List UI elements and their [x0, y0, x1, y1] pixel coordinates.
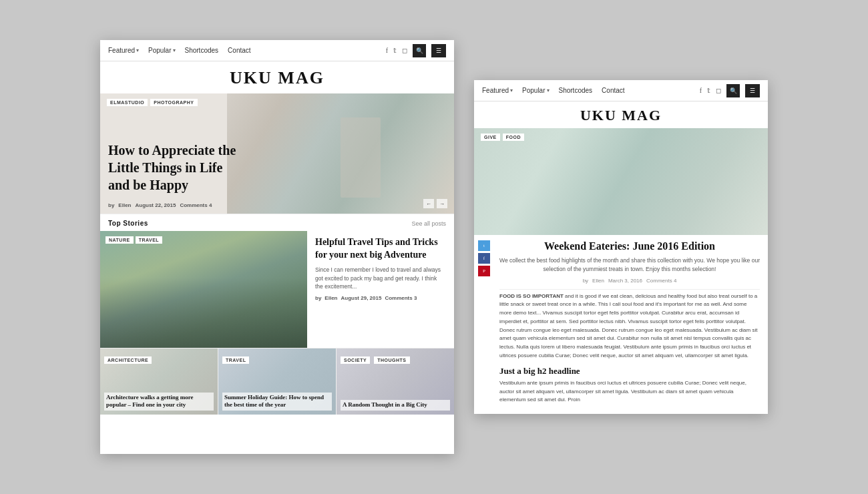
- hero-author[interactable]: Ellen: [118, 202, 131, 208]
- r-menu-button[interactable]: ☰: [745, 84, 760, 97]
- hero-comments[interactable]: Comments 4: [180, 202, 212, 208]
- r-twitter-share[interactable]: t: [478, 240, 490, 251]
- r-tag-give: GIVE: [481, 134, 500, 141]
- card-summer-tag: TRAVEL: [222, 352, 249, 364]
- r-divider: [499, 289, 760, 290]
- nav-popular[interactable]: Popular ▾: [148, 47, 175, 54]
- r-hero-tags: GIVE FOOD: [481, 134, 524, 141]
- r-author[interactable]: Ellen: [592, 278, 604, 284]
- story-author[interactable]: Ellen: [324, 295, 337, 301]
- hero-meta: by Ellen August 22, 2015 Comments 4: [108, 202, 212, 208]
- hero-image: [227, 93, 454, 214]
- left-browser-window: Featured ▾ Popular ▾ Shortcodes Contact …: [100, 40, 454, 454]
- r-comments[interactable]: Comments 4: [646, 278, 676, 284]
- top-stories-label: Top Stories: [108, 220, 148, 227]
- tag-travel: TRAVEL: [136, 236, 162, 244]
- nav-left-right: Featured ▾ Popular ▾ Shortcodes Contact: [482, 87, 625, 94]
- navbar-right: Featured ▾ Popular ▾ Shortcodes Contact …: [474, 80, 768, 101]
- card-summer-title: Summer Holiday Guide: How to spend the b…: [222, 393, 332, 411]
- card-arch-tag: ARCHITECTURE: [104, 352, 152, 364]
- nav-r-contact[interactable]: Contact: [602, 87, 624, 94]
- story-excerpt: Since I can remember I loved to travel a…: [315, 266, 446, 291]
- card-architecture[interactable]: ARCHITECTURE Architecture walks a gettin…: [100, 348, 218, 415]
- r-search-button[interactable]: 🔍: [726, 84, 740, 97]
- hero-date: August 22, 2015: [135, 202, 176, 208]
- nav-r-popular[interactable]: Popular ▾: [522, 87, 549, 94]
- nav-r-shortcodes[interactable]: Shortcodes: [559, 87, 593, 94]
- r-post-h2: Just a big h2 headline: [499, 366, 760, 377]
- card-summer[interactable]: TRAVEL Summer Holiday Guide: How to spen…: [218, 348, 337, 415]
- menu-button[interactable]: ☰: [431, 44, 446, 57]
- card-city-tag: SOCIETY THOUGHTS: [341, 352, 410, 364]
- r-post-content: Weekend Eateries: June 2016 Edition We c…: [494, 235, 768, 410]
- r-site-title: UKU MAG: [474, 101, 768, 128]
- instagram-icon[interactable]: ◻: [402, 47, 407, 54]
- bottom-cards: ARCHITECTURE Architecture walks a gettin…: [100, 348, 454, 415]
- r-social-sidebar: t f P: [474, 235, 494, 410]
- r-post-meta: by Ellen March 3, 2016 Comments 4: [499, 278, 760, 284]
- hero-prev-button[interactable]: ←: [423, 199, 434, 208]
- story-title[interactable]: Helpful Travel Tips and Tricks for your …: [315, 236, 446, 262]
- hero-next-button[interactable]: →: [437, 199, 447, 208]
- r-post-body-2: Vestibulum ante ipsum primis in faucibus…: [499, 379, 760, 405]
- navbar-left: Featured ▾ Popular ▾ Shortcodes Contact …: [100, 40, 454, 61]
- r-post-wrapper: t f P Weekend Eateries: June 2016 Editio…: [474, 235, 768, 410]
- facebook-icon[interactable]: f: [386, 47, 388, 54]
- r-instagram-icon[interactable]: ◻: [716, 87, 721, 94]
- story-content: Helpful Travel Tips and Tricks for your …: [307, 231, 454, 348]
- nav-r-featured[interactable]: Featured ▾: [482, 87, 513, 94]
- tag-elmastudio: ELMASTUDIO: [107, 99, 148, 106]
- r-post-desc: We collect the best food highlights of t…: [499, 256, 760, 274]
- story-comments[interactable]: Comments 3: [385, 295, 417, 301]
- r-hero: GIVE FOOD: [474, 128, 768, 235]
- r-facebook-icon[interactable]: f: [700, 87, 702, 94]
- story-author-label: by: [315, 295, 321, 301]
- r-body-text: and it is good if we eat clean, deliciou…: [499, 293, 757, 359]
- r-post-body: FOOD IS SO IMPORTANT and it is good if w…: [499, 292, 760, 360]
- nav-right-right: f 𝕥 ◻ 🔍 ☰: [700, 84, 760, 97]
- story-large-image: NATURE TRAVEL: [100, 231, 307, 348]
- top-stories-header: Top Stories See all posts: [100, 214, 454, 231]
- story-image: [100, 231, 307, 348]
- hero-navigation: ← →: [423, 199, 447, 208]
- nav-left: Featured ▾ Popular ▾ Shortcodes Contact: [108, 47, 251, 54]
- r-date: March 3, 2016: [608, 278, 642, 284]
- hero-author-label: by: [108, 202, 114, 208]
- dropdown-arrow: ▾: [510, 87, 513, 93]
- tag-photography: PHOTOGRAPHY: [150, 99, 197, 106]
- right-browser-window: Featured ▾ Popular ▾ Shortcodes Contact …: [474, 80, 768, 414]
- r-twitter-icon[interactable]: 𝕥: [707, 87, 710, 94]
- dropdown-arrow: ▾: [173, 47, 176, 53]
- r-hero-image: [474, 128, 768, 235]
- hero-tags: ELMASTUDIO PHOTOGRAPHY: [107, 99, 198, 106]
- dropdown-arrow: ▾: [136, 47, 139, 53]
- nav-right: f 𝕥 ◻ 🔍 ☰: [386, 44, 446, 57]
- r-tag-food: FOOD: [503, 134, 524, 141]
- see-all-link[interactable]: See all posts: [411, 220, 446, 227]
- r-facebook-share[interactable]: f: [478, 253, 490, 264]
- r-body-bold: FOOD IS SO IMPORTANT: [499, 293, 564, 299]
- card-arch-title: Architecture walks a getting more popula…: [104, 393, 214, 411]
- r-post-title: Weekend Eateries: June 2016 Edition: [499, 240, 760, 252]
- r-author-label: by: [583, 278, 588, 284]
- nav-shortcodes[interactable]: Shortcodes: [185, 47, 219, 54]
- nav-featured[interactable]: Featured ▾: [108, 47, 139, 54]
- tag-nature: NATURE: [105, 236, 134, 244]
- twitter-icon[interactable]: 𝕥: [393, 47, 397, 54]
- search-button[interactable]: 🔍: [413, 44, 426, 57]
- card-city-title: A Random Thought in a Big City: [341, 400, 450, 411]
- r-pinterest-share[interactable]: P: [478, 266, 490, 276]
- story-row: NATURE TRAVEL Helpful Travel Tips and Tr…: [100, 231, 454, 348]
- nav-contact[interactable]: Contact: [228, 47, 250, 54]
- story-date: August 29, 2015: [341, 295, 381, 301]
- site-title: UKU MAG: [100, 61, 454, 93]
- hero-title[interactable]: How to Appreciate the Little Things in L…: [108, 142, 242, 194]
- story-tags: NATURE TRAVEL: [105, 236, 162, 244]
- dropdown-arrow: ▾: [547, 87, 550, 93]
- card-city[interactable]: SOCIETY THOUGHTS A Random Thought in a B…: [337, 348, 454, 415]
- hero-section: ELMASTUDIO PHOTOGRAPHY How to Appreciate…: [100, 93, 454, 214]
- story-meta: by Ellen August 29, 2015 Comments 3: [315, 295, 446, 301]
